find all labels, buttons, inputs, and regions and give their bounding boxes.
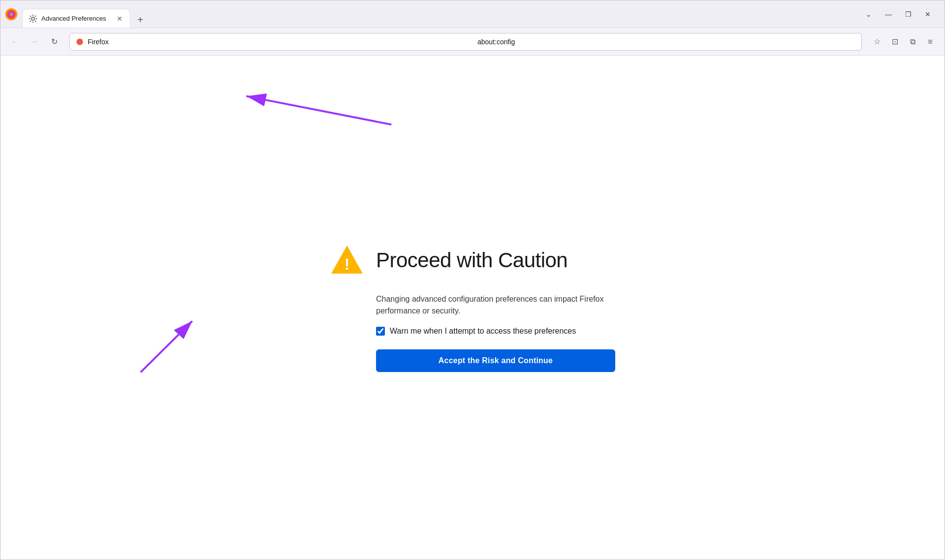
toolbar-right: ☆ ⊡ ⧉ ≡ <box>869 33 939 50</box>
menu-button[interactable]: ≡ <box>922 33 939 50</box>
caution-header: ! Proceed with Caution <box>330 243 567 278</box>
caution-card: ! Proceed with Caution Changing advanced… <box>300 223 645 392</box>
title-bar: Advanced Preferences ✕ + ⌄ — ❐ ✕ <box>0 0 945 28</box>
window-controls: ⌄ — ❐ ✕ <box>860 6 941 22</box>
tab-title: Advanced Preferences <box>41 15 111 22</box>
bookmark-button[interactable]: ☆ <box>869 33 885 50</box>
page-content: ! Proceed with Caution Changing advanced… <box>0 56 945 560</box>
address-separator <box>470 38 472 46</box>
forward-button[interactable]: → <box>26 33 43 50</box>
new-tab-button[interactable]: + <box>132 12 148 28</box>
address-bar[interactable]: Firefox about:config <box>69 33 862 51</box>
browser-window: Advanced Preferences ✕ + ⌄ — ❐ ✕ ← → ↻ F… <box>0 0 945 560</box>
url-display: about:config <box>477 38 855 46</box>
svg-point-3 <box>10 13 12 15</box>
caution-body: Changing advanced configuration preferen… <box>376 293 615 372</box>
svg-line-14 <box>141 321 192 372</box>
firefox-logo <box>4 7 18 21</box>
checkbox-label: Warn me when I attempt to access these p… <box>390 327 576 336</box>
svg-point-4 <box>32 17 34 20</box>
maximize-button[interactable]: ❐ <box>899 6 917 22</box>
tab-close-button[interactable]: ✕ <box>115 14 124 23</box>
toolbar: ← → ↻ Firefox about:config ☆ ⊡ ⧉ ≡ <box>0 28 945 56</box>
warning-icon: ! <box>330 243 364 278</box>
warn-checkbox-row: Warn me when I attempt to access these p… <box>376 327 615 336</box>
active-tab[interactable]: Advanced Preferences ✕ <box>22 9 130 28</box>
caution-title: Proceed with Caution <box>376 249 567 272</box>
minimize-button[interactable]: — <box>880 6 897 22</box>
warn-checkbox[interactable] <box>376 327 385 336</box>
site-name-label: Firefox <box>88 38 466 46</box>
tab-bar: Advanced Preferences ✕ + <box>22 0 860 28</box>
svg-text:!: ! <box>345 255 350 273</box>
svg-line-13 <box>246 96 391 124</box>
pocket-button[interactable]: ⊡ <box>886 33 903 50</box>
back-button[interactable]: ← <box>6 33 23 50</box>
caution-description: Changing advanced configuration preferen… <box>376 293 615 317</box>
extensions-button[interactable]: ⧉ <box>904 33 921 50</box>
accept-risk-button[interactable]: Accept the Risk and Continue <box>376 349 615 372</box>
address-bar-favicon <box>76 38 84 46</box>
svg-point-8 <box>79 41 81 42</box>
list-down-button[interactable]: ⌄ <box>860 6 878 22</box>
close-button[interactable]: ✕ <box>919 6 937 22</box>
tab-favicon-gear <box>29 14 37 23</box>
reload-button[interactable]: ↻ <box>46 33 63 50</box>
